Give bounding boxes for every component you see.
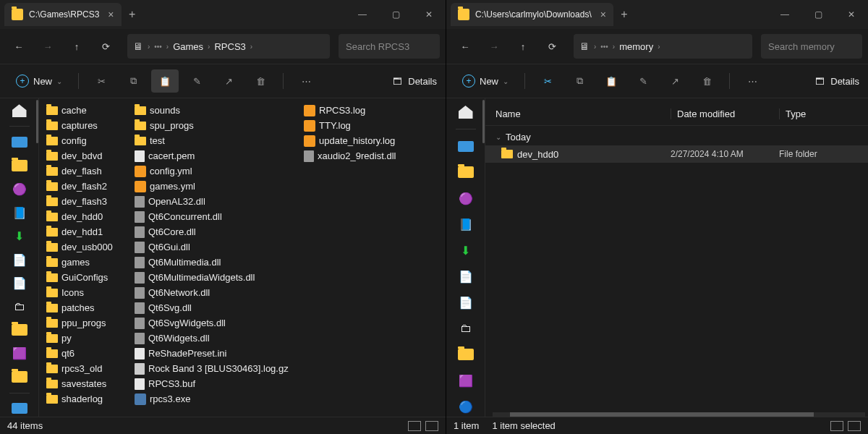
address-bar[interactable]: 🖥 › ••• › memory › <box>574 34 752 59</box>
copy-button[interactable]: ⧉ <box>119 69 147 93</box>
list-item[interactable]: ppu_progs <box>45 315 130 331</box>
list-item[interactable]: savestates <box>45 376 130 391</box>
view-list-icon[interactable] <box>830 421 843 431</box>
back-button[interactable]: ← <box>452 33 478 59</box>
sidebar-item[interactable]: 🟣 <box>456 189 475 208</box>
list-item[interactable]: TTY.log <box>302 118 393 133</box>
sidebar-desktop[interactable] <box>10 134 29 150</box>
horizontal-scrollbar[interactable] <box>493 412 865 417</box>
list-item[interactable]: qt6 <box>45 346 130 361</box>
list-item[interactable]: Qt6SvgWidgets.dll <box>133 315 299 331</box>
list-item[interactable]: dev_hdd0 <box>45 209 130 224</box>
list-item[interactable]: rpcs3_old <box>45 361 130 376</box>
cut-button[interactable]: ✂ <box>534 69 561 93</box>
breadcrumb[interactable]: Games <box>173 41 203 52</box>
tab-active[interactable]: C:\Users\carlmylo\Downloads\ × <box>451 3 613 26</box>
list-item[interactable]: patches <box>45 300 130 315</box>
sidebar-folder[interactable] <box>456 163 475 182</box>
maximize-button[interactable]: ▢ <box>379 3 412 26</box>
tab-active[interactable]: C:\Games\RPCS3 × <box>4 3 122 26</box>
list-item[interactable]: GuiConfigs <box>45 270 130 285</box>
minimize-button[interactable]: — <box>346 3 379 26</box>
list-item[interactable]: RPCS3.buf <box>133 376 299 391</box>
list-item[interactable]: RPCS3.log <box>302 103 393 118</box>
table-row[interactable]: dev_hdd0 2/27/2024 4:10 AM File folder <box>485 145 868 163</box>
list-item[interactable]: Qt6Multimedia.dll <box>133 255 299 270</box>
list-item[interactable]: shaderlog <box>45 391 130 407</box>
list-item[interactable]: Qt6Widgets.dll <box>133 331 299 346</box>
list-item[interactable]: dev_flash <box>45 163 130 179</box>
share-button[interactable]: ↗ <box>661 69 689 93</box>
sidebar-item[interactable]: 📄 <box>456 293 475 312</box>
sidebar-folder[interactable] <box>456 345 475 364</box>
list-item[interactable]: Qt6Core.dll <box>133 224 299 239</box>
delete-button[interactable]: 🗑 <box>247 69 274 93</box>
list-item[interactable]: dev_flash2 <box>45 179 130 194</box>
list-item[interactable]: py <box>45 331 130 346</box>
copy-button[interactable]: ⧉ <box>566 69 593 93</box>
list-item[interactable]: Qt6Concurrent.dll <box>133 209 299 224</box>
list-item[interactable]: Qt6Svg.dll <box>133 300 299 315</box>
list-item[interactable]: ReShadePreset.ini <box>133 346 299 361</box>
list-item[interactable]: Qt6MultimediaWidgets.dll <box>133 270 299 285</box>
rename-button[interactable]: ✎ <box>183 69 210 93</box>
sidebar-item[interactable]: 📄 <box>10 252 29 268</box>
ellipsis-icon[interactable]: ••• <box>600 43 608 51</box>
list-item[interactable]: dev_flash3 <box>45 194 130 209</box>
more-button[interactable]: ⋯ <box>292 69 320 93</box>
list-item[interactable]: dev_bdvd <box>45 148 130 163</box>
sidebar-item[interactable]: 📄 <box>10 275 29 291</box>
header-name[interactable]: Name <box>495 109 671 119</box>
header-type[interactable]: Type <box>779 109 806 119</box>
file-list[interactable]: Name Date modified Type ⌄ Today dev_hdd0… <box>485 98 868 417</box>
header-date[interactable]: Date modified <box>671 109 779 119</box>
delete-button[interactable]: 🗑 <box>693 69 720 93</box>
list-item[interactable]: dev_hdd1 <box>45 224 130 239</box>
list-item[interactable]: games <box>45 255 130 270</box>
share-button[interactable]: ↗ <box>215 69 242 93</box>
sidebar-folder[interactable] <box>10 322 29 338</box>
breadcrumb[interactable]: RPCS3 <box>214 41 245 52</box>
paste-button[interactable]: 📋 <box>151 69 179 93</box>
list-item[interactable]: Icons <box>45 285 130 300</box>
list-item[interactable]: sounds <box>133 103 299 118</box>
more-button[interactable]: ⋯ <box>739 69 766 93</box>
list-item[interactable]: Rock Band 3 [BLUS30463].log.gz <box>133 361 299 376</box>
close-button[interactable]: ✕ <box>835 3 868 26</box>
list-item[interactable]: dev_usb000 <box>45 239 130 255</box>
maximize-button[interactable]: ▢ <box>801 3 835 26</box>
breadcrumb[interactable]: memory <box>619 41 653 52</box>
sidebar-downloads[interactable]: ⬇ <box>456 241 475 260</box>
ellipsis-icon[interactable]: ••• <box>154 43 162 51</box>
sidebar-home[interactable] <box>10 103 29 119</box>
view-grid-icon[interactable] <box>425 421 438 431</box>
close-icon[interactable]: × <box>108 9 114 20</box>
sidebar-item[interactable]: 🟪 <box>10 346 29 362</box>
sidebar-folder[interactable] <box>10 369 29 385</box>
sidebar-desktop[interactable] <box>456 137 475 156</box>
sidebar-item[interactable]: 🔵 <box>456 397 475 416</box>
details-view-button[interactable]: 🗔 Details <box>393 76 437 87</box>
list-item[interactable]: cache <box>45 103 130 118</box>
up-button[interactable]: ↑ <box>510 33 536 59</box>
list-item[interactable]: OpenAL32.dll <box>133 194 299 209</box>
list-item[interactable]: config <box>45 133 130 148</box>
sidebar-item[interactable]: 📘 <box>10 205 29 221</box>
sidebar-item[interactable]: 🗀 <box>456 319 475 338</box>
file-list[interactable]: cachecapturesconfigdev_bdvddev_flashdev_… <box>39 98 446 417</box>
details-view-button[interactable]: 🗔 Details <box>815 76 859 87</box>
list-item[interactable]: update_history.log <box>302 133 393 148</box>
view-list-icon[interactable] <box>408 421 421 431</box>
sidebar-desktop[interactable] <box>10 401 29 417</box>
list-item[interactable]: config.yml <box>133 163 299 179</box>
forward-button[interactable]: → <box>481 33 507 59</box>
search-input[interactable]: Search memory <box>761 34 862 59</box>
list-item[interactable]: captures <box>45 118 130 133</box>
minimize-button[interactable]: — <box>768 3 801 26</box>
refresh-button[interactable]: ⟳ <box>539 33 565 59</box>
sidebar-downloads[interactable]: ⬇ <box>10 228 29 244</box>
cut-button[interactable]: ✂ <box>88 69 115 93</box>
sidebar-item[interactable]: 📄 <box>456 267 475 286</box>
view-grid-icon[interactable] <box>848 421 861 431</box>
address-bar[interactable]: 🖥 › ••• › Games › RPCS3 › <box>127 34 330 59</box>
